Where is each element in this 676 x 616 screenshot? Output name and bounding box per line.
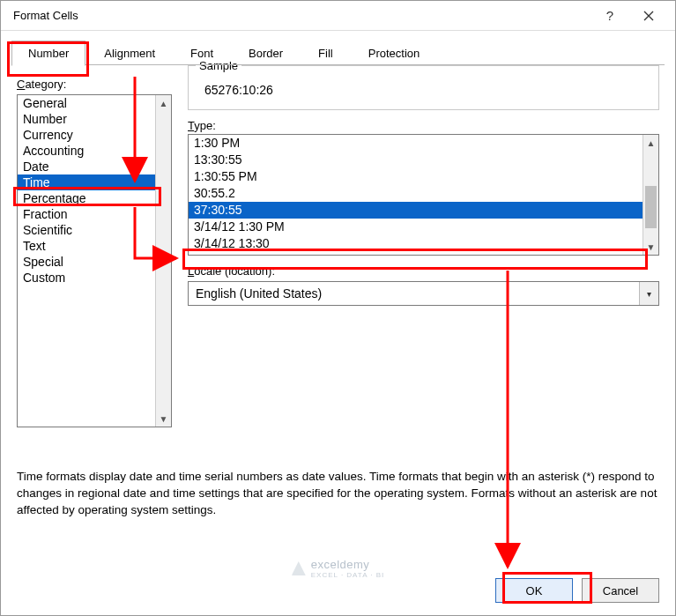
ok-button[interactable]: OK [495,578,573,603]
category-item[interactable]: Accounting [18,143,155,159]
watermark-sub: EXCEL · DATA · BI [311,571,385,579]
close-button[interactable] [629,1,668,31]
chevron-down-icon[interactable]: ▾ [639,282,658,305]
tab-alignment[interactable]: Alignment [87,41,172,66]
category-item[interactable]: Text [18,238,155,254]
scroll-up-icon[interactable]: ▲ [156,95,171,111]
type-scrollbar[interactable]: ▲ ▼ [643,135,658,255]
tab-fill[interactable]: Fill [301,41,350,66]
dialog-footer: OK Cancel [495,578,659,603]
sample-group: Sample 65276:10:26 [188,65,659,110]
type-item[interactable]: 37:30:55 [189,202,643,219]
type-item[interactable]: 3/14/12 1:30 PM [189,219,643,235]
category-item[interactable]: Time [18,174,155,190]
cancel-button[interactable]: Cancel [582,578,659,603]
tab-strip: Number Alignment Font Border Fill Protec… [1,31,675,65]
tab-protection[interactable]: Protection [352,41,437,66]
category-scrollbar[interactable]: ▲ ▼ [155,95,171,427]
scroll-up-icon[interactable]: ▲ [643,135,658,151]
watermark: exceldemy EXCEL · DATA · BI [292,558,385,579]
category-label: Category: [17,78,172,91]
category-item[interactable]: Special [18,254,155,270]
category-listbox[interactable]: GeneralNumberCurrencyAccountingDateTimeP… [17,94,172,427]
type-item[interactable]: 13:30:55 [189,152,643,168]
tab-border[interactable]: Border [232,41,300,66]
scroll-down-icon[interactable]: ▼ [643,239,658,255]
format-description: Time formats display date and time seria… [17,468,659,518]
titlebar: Format Cells ? [1,1,675,31]
watermark-text: exceldemy [311,558,370,571]
sample-label: Sample [196,59,241,72]
locale-dropdown[interactable]: English (United States) ▾ [188,281,659,306]
tab-number[interactable]: Number [11,41,85,66]
tab-content: Category: GeneralNumberCurrencyAccountin… [1,65,675,433]
help-button[interactable]: ? [591,1,629,31]
type-item[interactable]: 3/14/12 13:30 [189,235,643,252]
category-item[interactable]: Scientific [18,222,155,238]
type-listbox[interactable]: 1:30 PM13:30:551:30:55 PM30:55.237:30:55… [188,134,659,256]
scroll-thumb[interactable] [645,186,657,228]
type-item[interactable]: 1:30 PM [189,135,643,152]
close-icon [643,11,654,21]
locale-value: English (United States) [189,286,639,301]
dialog-title: Format Cells [13,9,591,22]
type-label: Type: [188,119,659,132]
type-item[interactable]: 30:55.2 [189,185,643,202]
category-item[interactable]: Percentage [18,190,155,206]
category-item[interactable]: General [18,95,155,111]
category-item[interactable]: Number [18,111,155,127]
category-item[interactable]: Fraction [18,206,155,222]
type-item[interactable]: 1:30:55 PM [189,168,643,185]
sample-value: 65276:10:26 [199,83,648,97]
category-item[interactable]: Custom [18,270,155,286]
format-cells-dialog: Format Cells ? Number Alignment Font Bor… [0,0,676,616]
scroll-down-icon[interactable]: ▼ [156,411,171,427]
category-item[interactable]: Currency [18,127,155,143]
locale-label: Locale (location): [188,264,659,278]
watermark-icon [292,561,306,575]
category-item[interactable]: Date [18,159,155,174]
